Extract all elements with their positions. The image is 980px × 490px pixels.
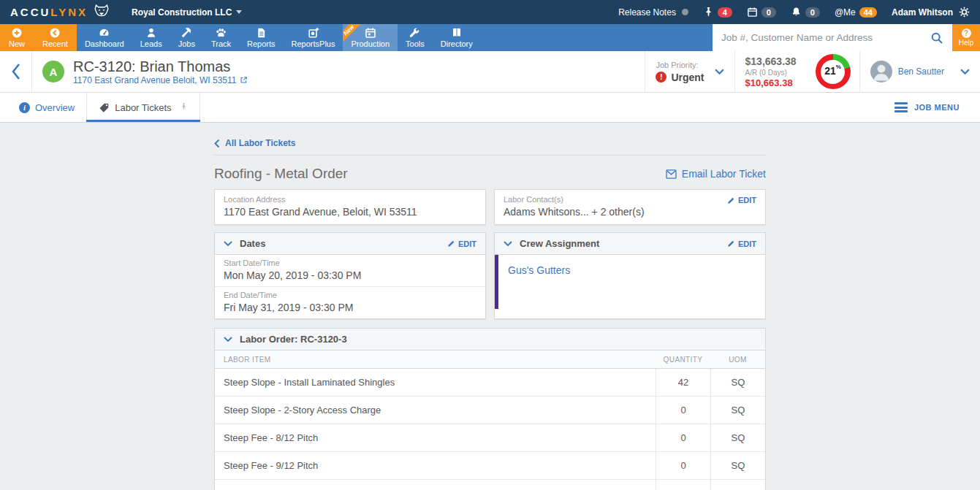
tab-label: Labor Tickets: [115, 102, 171, 113]
nav-item-tools[interactable]: Tools: [398, 24, 433, 51]
start-date-label: Start Date/Time: [224, 259, 476, 267]
nav-item-dashboard[interactable]: Dashboard: [77, 24, 132, 51]
job-menu-label: JOB MENU: [914, 103, 960, 112]
labor-item-cell: Steep Fee - 10/12 Pitch: [215, 480, 656, 490]
document-icon: [256, 27, 267, 39]
edit-label: EDIT: [458, 240, 476, 248]
at-me-button[interactable]: @Me 44: [835, 7, 877, 18]
col-uom: UOM: [710, 356, 765, 364]
job-search-input[interactable]: [721, 32, 930, 43]
tab-strip: Overview Labor Tickets JOB MENU: [0, 93, 980, 123]
user-menu[interactable]: Adam Whitson: [892, 7, 970, 18]
quantity-cell: 0: [656, 424, 710, 451]
envelope-icon: [666, 169, 677, 179]
search-icon[interactable]: [930, 31, 943, 45]
chevron-down-icon: [504, 241, 512, 247]
edit-dates-button[interactable]: EDIT: [447, 240, 476, 248]
crew-name-link[interactable]: Gus's Gutters: [495, 255, 765, 276]
job-letter-badge: A: [42, 61, 64, 83]
back-link-label: All Labor Tickets: [225, 138, 295, 148]
job-search: [713, 24, 952, 51]
crew-title: Crew Assignment: [520, 238, 599, 249]
contacts-label: Labor Contact(s): [504, 195, 756, 204]
job-header: A RC-3120: Brian Thomas 1170 East Grand …: [0, 51, 980, 93]
dashboard-icon: [98, 27, 110, 39]
plus-circle-icon: [11, 27, 23, 39]
top-bar: ACCULYNX Royal Construction LLC Release …: [0, 0, 980, 24]
gauge-unit: %: [836, 64, 841, 70]
main-nav: New Recent Dashboard Leads Jobs Track Re…: [0, 24, 980, 51]
release-notes-link[interactable]: Release Notes: [618, 7, 688, 18]
tab-labor-tickets[interactable]: Labor Tickets: [86, 93, 200, 122]
recent-icon: [49, 27, 61, 39]
nav-item-recent[interactable]: Recent: [34, 24, 77, 51]
email-labor-ticket-link[interactable]: Email Labor Ticket: [666, 168, 766, 180]
back-button[interactable]: [0, 51, 32, 92]
nav-item-production[interactable]: New Production: [343, 24, 398, 51]
calendar-count-badge: 0: [761, 7, 776, 18]
person-icon: [145, 27, 157, 39]
gauge-block: 21 %: [807, 51, 859, 92]
job-priority-block: Job Priority: Urgent: [645, 51, 734, 92]
chevron-left-icon: [214, 139, 220, 148]
col-labor-item: LABOR ITEM: [215, 356, 656, 364]
nav-item-reports[interactable]: Reports: [239, 24, 284, 51]
nav-item-reportsplus[interactable]: ReportsPlus: [284, 24, 343, 51]
calendar-icon: [747, 7, 758, 18]
tab-pin-icon[interactable]: [180, 102, 188, 113]
labor-item-cell: Steep Fee - 8/12 Pitch: [215, 424, 656, 451]
collapse-dates-chevron[interactable]: [224, 241, 232, 247]
job-address-link[interactable]: 1170 East Grand Avenue Beloit, WI 53511: [73, 75, 248, 85]
nav-item-leads[interactable]: Leads: [132, 24, 170, 51]
chevron-left-icon: [11, 62, 21, 81]
release-notes-indicator: [682, 9, 688, 15]
chevron-down-icon: [224, 241, 232, 247]
tab-label: Overview: [35, 102, 75, 113]
rep-selector[interactable]: Ben Sautter: [859, 51, 980, 92]
nav-item-jobs[interactable]: Jobs: [170, 24, 203, 51]
chevron-down-icon: [715, 69, 724, 75]
nav-label: Tools: [406, 39, 425, 48]
nav-label: New: [9, 39, 25, 48]
all-labor-tickets-link[interactable]: All Labor Tickets: [214, 138, 766, 156]
page-content: All Labor Tickets Roofing - Metal Order …: [0, 123, 980, 490]
crew-color-bar: [495, 255, 498, 309]
help-button[interactable]: Help: [952, 24, 980, 51]
nav-label: Production: [351, 39, 390, 48]
priority-dropdown[interactable]: [715, 65, 724, 78]
at-me-label: @Me: [835, 7, 856, 18]
pinned-items-button[interactable]: 4: [703, 7, 732, 18]
nav-label: Dashboard: [85, 39, 124, 48]
tab-overview[interactable]: Overview: [7, 93, 86, 122]
production-calendar-icon: [365, 27, 376, 39]
reports-plus-icon: [308, 27, 319, 39]
nav-item-new[interactable]: New: [0, 24, 34, 51]
nav-item-directory[interactable]: Directory: [433, 24, 481, 51]
notifications-button[interactable]: 0: [791, 7, 820, 18]
end-date-label: End Date/Time: [224, 291, 476, 299]
edit-contacts-button[interactable]: EDIT: [727, 196, 756, 204]
nav-item-track[interactable]: Track: [203, 24, 239, 51]
labor-order-card: Labor Order: RC-3120-3 LABOR ITEM QUANTI…: [214, 328, 766, 490]
financials-block: $13,663.38 A/R (0 Days) $10,663.38: [734, 51, 807, 92]
calendar-button[interactable]: 0: [747, 7, 776, 18]
edit-crew-button[interactable]: EDIT: [727, 240, 756, 248]
nav-label: Jobs: [178, 39, 195, 48]
chevron-down-icon: [224, 337, 232, 342]
collapse-order-chevron[interactable]: [224, 337, 232, 342]
pencil-icon: [727, 196, 735, 204]
start-date-value: Mon May 20, 2019 - 03:30 PM: [224, 269, 476, 281]
acculynx-logo[interactable]: ACCULYNX: [10, 4, 110, 20]
paw-icon: [215, 27, 227, 39]
company-selector[interactable]: Royal Construction LLC: [132, 7, 242, 18]
hamburger-icon: [894, 102, 908, 112]
priority-value: Urgent: [671, 72, 704, 83]
col-quantity: QUANTITY: [656, 356, 710, 364]
job-menu-button[interactable]: JOB MENU: [894, 93, 960, 122]
ar-gauge: 21 %: [816, 54, 851, 89]
wrench-icon: [409, 27, 420, 39]
uom-cell: SQ: [710, 369, 765, 396]
app-window: ACCULYNX Royal Construction LLC Release …: [0, 0, 980, 490]
collapse-crew-chevron[interactable]: [504, 241, 512, 247]
quantity-cell: 0: [656, 397, 710, 424]
